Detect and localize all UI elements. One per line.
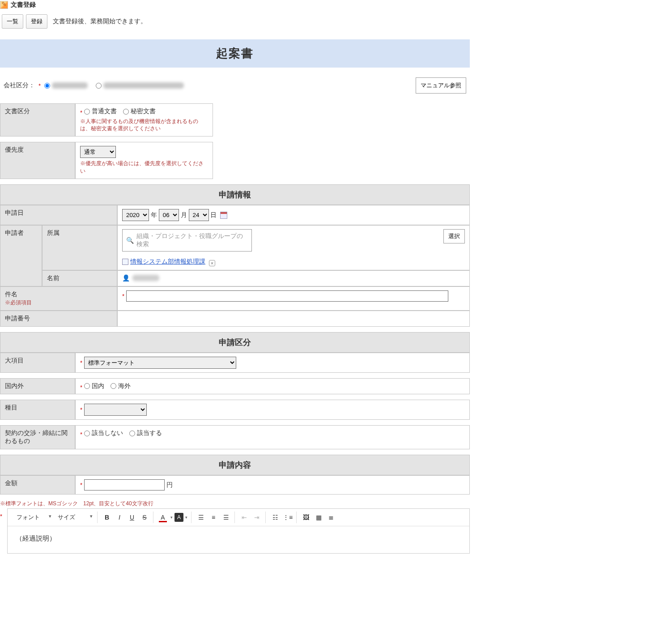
priority-label: 優先度 — [0, 142, 75, 179]
required-mark: * — [0, 508, 4, 554]
major-select[interactable]: 標準フォーマット — [84, 357, 236, 369]
dept-link[interactable]: 情報システム部情報処理課 — [122, 258, 205, 266]
subject-label: 件名 — [5, 290, 17, 298]
page-title: 文書登録 — [11, 1, 36, 9]
domestic-option[interactable]: 国内 — [84, 382, 104, 390]
remove-dept-icon[interactable]: × — [209, 260, 215, 266]
amount-input[interactable] — [84, 479, 165, 490]
ordered-list-icon[interactable]: ☷ — [269, 512, 281, 523]
manual-button[interactable]: マニュアル参照 — [416, 77, 466, 94]
applicant-name — [132, 275, 159, 281]
section-apply-content: 申請内容 — [0, 455, 470, 475]
font-select[interactable]: フォント — [13, 512, 53, 523]
priority-note: ※優先度が高い場合には、優先度を選択してください — [80, 160, 208, 175]
align-left-icon[interactable]: ☰ — [195, 512, 207, 523]
priority-select[interactable]: 通常 — [80, 146, 116, 158]
section-apply-info: 申請情報 — [0, 184, 470, 205]
subject-req-note: ※必須項目 — [5, 299, 32, 306]
kind-label: 種目 — [0, 400, 75, 420]
required-mark: * — [80, 482, 82, 488]
company-option-2-label — [103, 82, 184, 89]
required-mark: * — [80, 406, 82, 413]
contract-label: 契約の交渉・締結に関わるもの — [0, 425, 75, 449]
name-label: 名前 — [42, 270, 117, 286]
company-option-1-label — [52, 82, 88, 89]
subject-th: 件名 ※必須項目 — [0, 286, 117, 311]
apply-date-label: 申請日 — [0, 205, 117, 225]
required-mark: * — [38, 82, 41, 89]
required-mark: * — [80, 359, 82, 366]
hr-icon[interactable]: ≣ — [325, 512, 337, 523]
contract-not-apply[interactable]: 該当しない — [84, 429, 123, 437]
overseas-option[interactable]: 海外 — [111, 382, 131, 390]
kind-select[interactable] — [84, 404, 147, 416]
required-mark: * — [80, 384, 82, 390]
align-center-icon[interactable]: ≡ — [208, 512, 219, 523]
company-label: 会社区分： — [4, 81, 35, 90]
amount-unit: 円 — [166, 481, 173, 488]
indent-icon[interactable]: ⇥ — [251, 512, 263, 523]
list-button[interactable]: 一覧 — [2, 14, 23, 29]
outdent-icon[interactable]: ⇤ — [238, 512, 250, 523]
unordered-list-icon[interactable]: ⋮≡ — [282, 512, 294, 523]
contract-apply[interactable]: 該当する — [129, 429, 162, 437]
font-color-icon[interactable]: A — [157, 512, 169, 523]
pencil-icon — [0, 1, 8, 9]
register-button[interactable]: 登録 — [26, 14, 47, 29]
major-label: 大項目 — [0, 353, 75, 373]
bold-icon[interactable]: B — [101, 512, 113, 523]
person-icon: 👤 — [122, 274, 130, 281]
size-select[interactable]: サイズ — [54, 512, 94, 523]
bg-color-icon[interactable]: A — [174, 513, 183, 522]
day-select[interactable]: 24 — [189, 209, 209, 221]
company-option-1[interactable] — [44, 82, 88, 89]
section-apply-cat: 申請区分 — [0, 332, 470, 353]
strike-icon[interactable]: S — [139, 512, 150, 523]
bg-color-caret[interactable]: ▾ — [184, 515, 188, 520]
toolbar-hint: 文書登録後、業務開始できます。 — [53, 17, 147, 26]
doc-type-normal[interactable]: 普通文書 — [84, 107, 117, 115]
required-mark: * — [80, 109, 82, 116]
doc-type-label: 文書区分 — [0, 103, 75, 136]
italic-icon[interactable]: I — [114, 512, 125, 523]
underline-icon[interactable]: U — [126, 512, 138, 523]
calendar-icon[interactable] — [220, 212, 227, 219]
required-mark: * — [80, 431, 82, 438]
subject-input[interactable] — [126, 290, 448, 302]
image-icon[interactable]: 🖼 — [300, 512, 312, 523]
company-option-2[interactable] — [96, 82, 184, 89]
app-no-label: 申請番号 — [0, 311, 117, 327]
amount-label: 金額 — [0, 475, 75, 495]
month-select[interactable]: 06 — [159, 209, 179, 221]
align-right-icon[interactable]: ☰ — [220, 512, 232, 523]
search-icon: 🔍 — [126, 237, 134, 244]
org-search-input[interactable]: 🔍 組織・プロジェクト・役職グループの検索 — [122, 229, 252, 252]
doc-type-note: ※人事に関するもの及び機密情報が含まれるものは、秘密文書を選択してください — [80, 118, 208, 133]
org-icon — [122, 259, 128, 265]
table-icon[interactable]: ▦ — [313, 512, 324, 523]
year-select[interactable]: 2020 — [122, 209, 149, 221]
editor-body[interactable]: （経過説明） — [8, 526, 469, 553]
applicant-label: 申請者 — [0, 225, 42, 286]
dept-label: 所属 — [42, 225, 117, 270]
document-title: 起案書 — [0, 39, 470, 68]
select-button[interactable]: 選択 — [443, 229, 465, 243]
domestic-label: 国内外 — [0, 378, 75, 395]
app-no-value — [117, 311, 470, 327]
font-color-caret[interactable]: ▾ — [170, 515, 174, 520]
font-note: ※標準フォントは、MSゴシック 12pt、目安として40文字改行 — [0, 500, 470, 508]
doc-type-secret[interactable]: 秘密文書 — [123, 107, 156, 115]
required-mark: * — [122, 293, 124, 299]
